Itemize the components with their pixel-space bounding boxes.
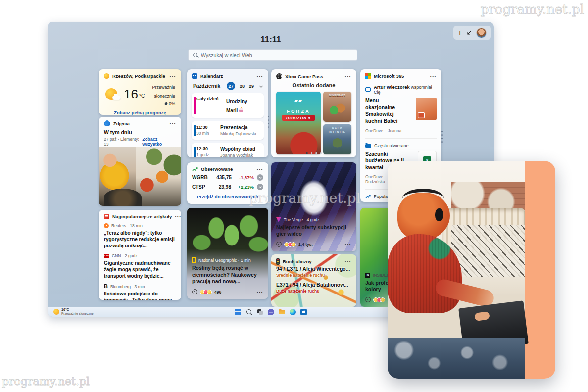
calendar-event[interactable]: 12:30 1 godz. Wspólny obiad Joanna Woźni… [192, 143, 264, 157]
photos-widget[interactable]: Zdjęcia ••• W tym dniu 27 paź · Elementy… [99, 117, 181, 206]
task-view-icon[interactable] [257, 309, 263, 315]
calendar-event[interactable]: 11:30 30 min Prezentacja Mikołaj Dąbrows… [192, 121, 264, 140]
photos-see-all-link[interactable]: Zobacz wszystko [142, 137, 176, 147]
watermark-bottom: programy.net.pl [2, 375, 90, 388]
more-menu-icon[interactable]: ••• [257, 167, 263, 171]
watchlist-link[interactable]: Przejdź do obserwowanych [197, 194, 258, 199]
halo-title: HALO INFINITE [323, 127, 351, 134]
xbox-heading: Ostatnio dodane [271, 82, 356, 88]
user-avatar[interactable] [476, 28, 487, 38]
chevron-down-icon[interactable] [259, 84, 263, 88]
start-button-icon[interactable] [235, 309, 242, 315]
m365-document[interactable]: Menu okazjonalne Smakowitej kuchni Babci… [360, 96, 441, 137]
more-menu-icon[interactable]: ••• [345, 74, 351, 79]
traffic-route[interactable]: 94 / E371 / Aleja Wincentego... Średnie … [271, 265, 356, 281]
xbox-icon [276, 73, 282, 79]
stock-price: 23,98 [219, 184, 231, 190]
minecraft-title: MINECRAFT [323, 94, 351, 97]
traffic-route[interactable]: E371 / 94 / Aleja Batalionow... Duże nat… [271, 281, 356, 296]
route-congestion: Średnie natężenie ruchu [271, 272, 356, 281]
watchlist-widget[interactable]: Obserwowane ••• WGRB 435,75 -1,67% CTSP … [187, 162, 268, 204]
add-widget-button[interactable]: + [458, 29, 462, 36]
calendar-event[interactable]: Cały dzień Urodziny Marii [192, 93, 264, 118]
reaction-count: 496 [214, 290, 221, 294]
natgeo-headline: Rośliny będą rosnąć w ciemnościach? Nauk… [187, 263, 268, 285]
reactions-icon [373, 297, 385, 302]
add-reaction-icon[interactable] [192, 289, 197, 294]
more-menu-icon[interactable]: ••• [430, 74, 437, 78]
cnn-icon: CNN [104, 254, 109, 258]
event-duration: 1 godz. [196, 152, 216, 157]
weather-unit: °C [139, 93, 145, 98]
weather-location: Rzeszów, Podkarpackie [112, 73, 165, 79]
clock: 11:11 [48, 35, 494, 45]
natgeo-meta: National Geographic · 1 min [198, 258, 251, 263]
reaction-count: 1,4 tys. [298, 242, 313, 247]
microsoft-logo-icon [365, 73, 371, 79]
cake-emoji-icon [239, 108, 243, 112]
calendar-day[interactable]: 28 [240, 84, 245, 89]
story-meta: CNN · 2 godz. [112, 253, 139, 258]
chat-icon[interactable] [268, 309, 274, 315]
stock-expand-button[interactable] [257, 174, 263, 181]
game-tile-forza[interactable]: ▰▰ FORZA HORIZON 5 [276, 92, 321, 154]
headphones-band [402, 189, 444, 208]
event-time: Cały dzień [196, 97, 222, 101]
onedrive-cloud-icon [104, 122, 110, 126]
story-item[interactable]: BBloomberg · 3 min Ilościowe podejście d… [99, 282, 181, 300]
carousel-page-dots[interactable] [271, 152, 356, 154]
add-reaction-icon[interactable] [276, 242, 282, 247]
stock-row[interactable]: WGRB 435,75 -1,67% [187, 173, 268, 182]
microsoft-store-icon[interactable] [300, 309, 307, 315]
stock-change: +2,23% [234, 184, 254, 190]
stock-row[interactable]: CTSP 23,98 +2,23% [187, 182, 268, 192]
frequent-section-label: Często otwierane [374, 143, 409, 148]
photos-collage[interactable] [99, 147, 181, 206]
stock-price: 435,75 [216, 175, 232, 180]
more-menu-icon[interactable]: ••• [345, 242, 351, 246]
stocks-trend-icon [192, 167, 198, 172]
more-menu-icon[interactable]: ••• [170, 74, 176, 78]
weather-widget[interactable]: Rzeszów, Podkarpackie ••• 16 °C Przeważn… [99, 69, 181, 115]
more-menu-icon[interactable]: ••• [345, 259, 351, 264]
top-stories-widget[interactable]: Najpopularniejsze artykuły ••• Reuters ·… [99, 210, 181, 300]
game-tile-minecraft[interactable]: MINECRAFT [323, 92, 351, 122]
verge-news-widget[interactable]: The Verge · 4 godz. Najlepsze oferty sub… [271, 162, 356, 251]
xbox-gamepass-widget[interactable]: Xbox Game Pass ••• Ostatnio dodane ▰▰ FO… [271, 69, 356, 157]
headphones-cup [435, 208, 443, 221]
taskbar-search-icon[interactable] [246, 309, 252, 315]
weather-forecast-link[interactable]: Zobacz pełną prognozę [114, 110, 166, 115]
weather-sun-icon [104, 73, 109, 79]
scroll-dots-column4 [441, 131, 443, 143]
collapse-icon[interactable] [466, 30, 472, 36]
more-menu-icon[interactable]: ••• [170, 121, 176, 126]
add-reaction-icon[interactable] [365, 297, 371, 302]
search-input[interactable] [201, 52, 352, 58]
web-search-bar[interactable] [188, 49, 357, 61]
calendar-day[interactable]: 29 [249, 84, 254, 89]
search-icon [193, 53, 197, 57]
file-explorer-icon[interactable] [279, 309, 285, 315]
story-item[interactable]: Reuters · 18 min „Teraz albo nigdy": tyl… [99, 221, 181, 251]
more-menu-icon[interactable]: ••• [175, 214, 181, 219]
trending-icon [365, 195, 371, 199]
traffic-light-icon [276, 258, 280, 265]
sun-cloud-icon [105, 88, 120, 100]
calendar-day-selected[interactable]: 27 [227, 82, 235, 90]
route-name: E371 / 94 / Aleja Batalionow... [271, 281, 356, 288]
traffic-widget[interactable]: Ruch uliczny ••• 94 / E371 / Aleja Wince… [271, 254, 356, 307]
more-menu-icon[interactable]: ••• [257, 74, 263, 78]
mention-name: Artur Wieczorek [374, 84, 410, 90]
story-headline: Gigantyczne nadmuchiwane żagle mogą spra… [104, 260, 176, 279]
event-time: 12:30 [196, 147, 216, 151]
top-stories-title: Najpopularniejsze artykuły [112, 214, 172, 219]
game-tile-halo[interactable]: HALO INFINITE [323, 124, 351, 154]
more-menu-icon[interactable]: ••• [257, 290, 263, 294]
calendar-widget[interactable]: Kalendarz ••• Październik 27 28 29 Cały … [187, 69, 268, 157]
story-item[interactable]: CNNCNN · 2 godz. Gigantyczne nadmuchiwan… [99, 251, 181, 282]
natgeo-news-widget[interactable]: National Geographic · 1 min Rośliny będą… [187, 208, 268, 299]
verge-meta: The Verge · 4 godz. [284, 217, 321, 222]
stock-expand-button[interactable] [257, 184, 263, 190]
edge-browser-icon[interactable] [290, 309, 296, 315]
document-source: OneDrive – Joanna [365, 128, 409, 133]
